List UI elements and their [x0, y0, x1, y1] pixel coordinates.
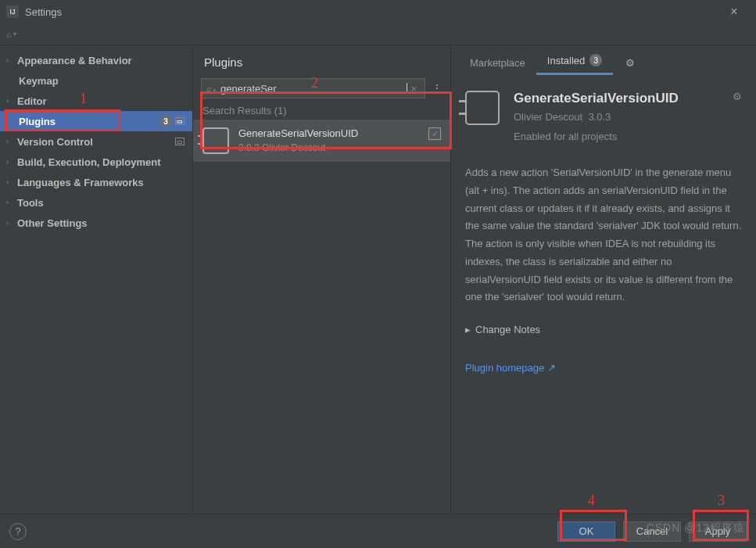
- gear-icon[interactable]: ⚙: [625, 57, 635, 75]
- plugin-icon: [465, 91, 500, 125]
- badge: 3: [159, 115, 172, 127]
- chevron-right-icon: ▸: [465, 324, 471, 335]
- sidebar-item-tools[interactable]: ›Tools: [0, 192, 192, 213]
- tab-installed[interactable]: Installed3: [536, 54, 613, 75]
- panel-title: Plugins: [193, 56, 253, 75]
- clear-icon[interactable]: ×: [407, 83, 420, 95]
- annotation-label-2: 2: [311, 75, 318, 91]
- plugin-name: GenerateSerialVersionUID: [238, 127, 428, 139]
- sidebar-item-other[interactable]: ›Other Settings: [0, 213, 192, 233]
- dialog-footer: ? OK Cancel Apply: [0, 514, 756, 548]
- plugin-result-row[interactable]: GenerateSerialVersionUID 3.0.3 Olivier D…: [193, 120, 450, 162]
- sidebar-item-editor[interactable]: ›Editor: [0, 91, 192, 111]
- chevron-right-icon: ›: [6, 178, 14, 186]
- plugin-homepage-link[interactable]: Plugin homepage ↗: [465, 362, 742, 374]
- badge: 3: [589, 54, 602, 66]
- apply-button[interactable]: Apply: [689, 521, 747, 542]
- search-icon: ⌕▾: [206, 84, 217, 93]
- annotation-label-3: 3: [718, 492, 725, 509]
- tab-marketplace[interactable]: Marketplace: [459, 57, 536, 75]
- plugin-meta: 3.0.3 Olivier Descout: [238, 142, 428, 153]
- chevron-right-icon: ›: [6, 219, 14, 227]
- more-icon[interactable]: ⋮: [432, 82, 442, 95]
- project-icon: ▭: [175, 138, 185, 145]
- detail-enabled: Enabled for all projects: [514, 131, 733, 142]
- gear-icon[interactable]: ⚙: [733, 91, 742, 142]
- plugin-detail-panel: Marketplace Installed3 ⚙ GenerateSerialV…: [451, 45, 756, 514]
- chevron-right-icon: ›: [6, 158, 14, 166]
- annotation-label-1: 1: [80, 91, 87, 107]
- sidebar-item-keymap[interactable]: Keymap: [0, 70, 192, 91]
- ok-button[interactable]: OK: [557, 521, 615, 542]
- sidebar-item-vcs[interactable]: ›Version Control▭: [0, 131, 192, 152]
- sidebar: ›Appearance & Behavior Keymap ›Editor Pl…: [0, 45, 193, 514]
- change-notes-toggle[interactable]: ▸Change Notes: [465, 324, 742, 335]
- chevron-right-icon: ›: [6, 97, 14, 105]
- plugin-enabled-checkbox[interactable]: ✓: [428, 127, 441, 140]
- sidebar-item-appearance[interactable]: ›Appearance & Behavior: [0, 50, 192, 70]
- chevron-right-icon: ›: [6, 199, 14, 206]
- project-icon: ▭: [175, 117, 185, 125]
- detail-author: Olivier Descout 3.0.3: [514, 111, 733, 123]
- sidebar-item-languages[interactable]: ›Languages & Frameworks: [0, 172, 192, 192]
- annotation-label-4: 4: [588, 492, 595, 509]
- titlebar: IJ Settings ×: [0, 0, 756, 23]
- top-search-bar: ⌕▾: [0, 23, 756, 45]
- search-dropdown-icon[interactable]: ▾: [13, 30, 16, 38]
- results-header: Search Results (1): [193, 102, 450, 120]
- search-icon[interactable]: ⌕: [6, 29, 12, 40]
- detail-plugin-name: GenerateSerialVersionUID: [514, 91, 733, 106]
- sidebar-item-build[interactable]: ›Build, Execution, Deployment: [0, 152, 192, 172]
- chevron-right-icon: ›: [6, 138, 14, 145]
- plugin-list-panel: Plugins ⌕▾ generateSer × ⋮ Search Result…: [193, 45, 451, 514]
- plugin-icon: [202, 127, 229, 154]
- chevron-right-icon: ›: [6, 56, 14, 64]
- help-icon[interactable]: ?: [9, 523, 27, 540]
- sidebar-item-plugins[interactable]: Plugins3▭: [0, 111, 192, 131]
- close-icon[interactable]: ×: [718, 5, 750, 19]
- plugin-description: Adds a new action 'SerialVersionUID' in …: [465, 164, 742, 306]
- cancel-button[interactable]: Cancel: [623, 521, 681, 542]
- window-title: Settings: [25, 6, 718, 18]
- app-icon: IJ: [6, 5, 19, 18]
